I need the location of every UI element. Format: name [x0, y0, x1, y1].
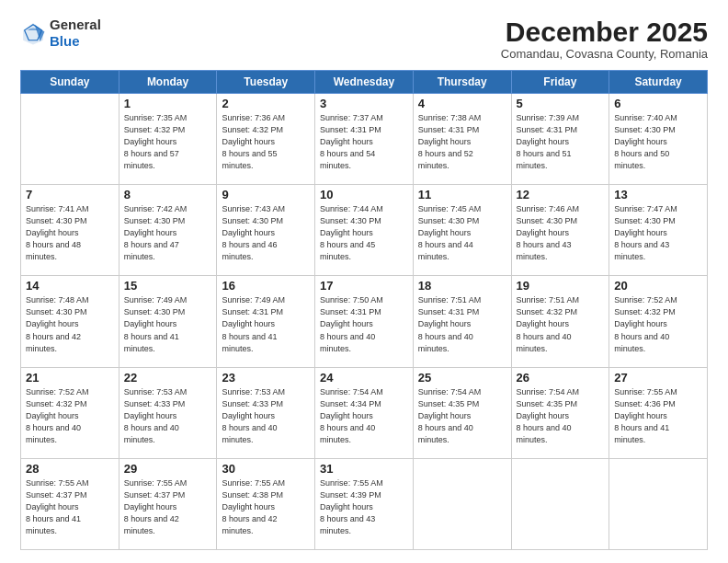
calendar-cell: 17Sunrise: 7:50 AMSunset: 4:31 PMDayligh…: [315, 276, 414, 367]
weekday-sunday: Sunday: [21, 71, 119, 94]
calendar-cell: 7Sunrise: 7:41 AMSunset: 4:30 PMDaylight…: [21, 185, 119, 276]
calendar-cell: 11Sunrise: 7:45 AMSunset: 4:30 PMDayligh…: [413, 185, 511, 276]
cell-info: Sunrise: 7:55 AMSunset: 4:37 PMDaylight …: [26, 477, 114, 537]
cell-info: Sunrise: 7:50 AMSunset: 4:31 PMDaylight …: [320, 294, 408, 354]
weekday-wednesday: Wednesday: [315, 71, 414, 94]
day-number: 9: [222, 188, 310, 201]
calendar-cell: 1Sunrise: 7:35 AMSunset: 4:32 PMDaylight…: [119, 94, 217, 185]
day-number: 6: [614, 97, 702, 110]
day-number: 5: [517, 97, 605, 110]
calendar-cell: 8Sunrise: 7:42 AMSunset: 4:30 PMDaylight…: [119, 185, 217, 276]
calendar-cell: 15Sunrise: 7:49 AMSunset: 4:30 PMDayligh…: [119, 276, 217, 367]
cell-info: Sunrise: 7:51 AMSunset: 4:31 PMDaylight …: [418, 294, 506, 354]
weekday-saturday: Saturday: [609, 71, 708, 94]
day-number: 7: [26, 188, 114, 201]
day-number: 19: [517, 279, 605, 293]
week-row-1: 1Sunrise: 7:35 AMSunset: 4:32 PMDaylight…: [21, 94, 708, 185]
day-number: 14: [26, 279, 114, 293]
day-number: 20: [614, 279, 702, 293]
day-number: 13: [614, 188, 702, 201]
location-subtitle: Comandau, Covasna County, Romania: [501, 47, 708, 61]
week-row-3: 14Sunrise: 7:48 AMSunset: 4:30 PMDayligh…: [21, 276, 708, 367]
calendar-cell: 20Sunrise: 7:52 AMSunset: 4:32 PMDayligh…: [609, 276, 708, 367]
calendar-cell: [413, 458, 511, 549]
calendar-cell: 16Sunrise: 7:49 AMSunset: 4:31 PMDayligh…: [217, 276, 315, 367]
cell-info: Sunrise: 7:41 AMSunset: 4:30 PMDaylight …: [26, 203, 114, 263]
day-number: 26: [517, 371, 605, 385]
calendar-cell: 5Sunrise: 7:39 AMSunset: 4:31 PMDaylight…: [511, 94, 609, 185]
calendar-cell: 2Sunrise: 7:36 AMSunset: 4:32 PMDaylight…: [217, 94, 315, 185]
calendar-cell: 24Sunrise: 7:54 AMSunset: 4:34 PMDayligh…: [315, 367, 414, 458]
weekday-thursday: Thursday: [413, 71, 511, 94]
cell-info: Sunrise: 7:55 AMSunset: 4:36 PMDaylight …: [614, 386, 702, 446]
day-number: 12: [517, 188, 605, 201]
day-number: 10: [320, 188, 408, 201]
calendar-cell: 30Sunrise: 7:55 AMSunset: 4:38 PMDayligh…: [217, 458, 315, 549]
day-number: 22: [124, 371, 212, 385]
cell-info: Sunrise: 7:54 AMSunset: 4:34 PMDaylight …: [320, 386, 408, 446]
cell-info: Sunrise: 7:46 AMSunset: 4:30 PMDaylight …: [517, 203, 605, 263]
calendar-cell: 6Sunrise: 7:40 AMSunset: 4:30 PMDaylight…: [609, 94, 708, 185]
weekday-monday: Monday: [119, 71, 217, 94]
calendar-cell: 25Sunrise: 7:54 AMSunset: 4:35 PMDayligh…: [413, 367, 511, 458]
cell-info: Sunrise: 7:52 AMSunset: 4:32 PMDaylight …: [26, 386, 114, 446]
week-row-5: 28Sunrise: 7:55 AMSunset: 4:37 PMDayligh…: [21, 458, 708, 549]
title-block: December 2025 Comandau, Covasna County, …: [501, 17, 708, 61]
week-row-2: 7Sunrise: 7:41 AMSunset: 4:30 PMDaylight…: [21, 185, 708, 276]
cell-info: Sunrise: 7:39 AMSunset: 4:31 PMDaylight …: [517, 112, 605, 172]
logo: General Blue: [20, 17, 101, 50]
cell-info: Sunrise: 7:48 AMSunset: 4:30 PMDaylight …: [26, 294, 114, 354]
month-title: December 2025: [501, 17, 708, 47]
header: General Blue December 2025 Comandau, Cov…: [20, 17, 708, 61]
calendar-table: SundayMondayTuesdayWednesdayThursdayFrid…: [20, 70, 708, 550]
cell-info: Sunrise: 7:55 AMSunset: 4:39 PMDaylight …: [320, 477, 408, 537]
day-number: 16: [222, 279, 310, 293]
calendar-cell: 28Sunrise: 7:55 AMSunset: 4:37 PMDayligh…: [21, 458, 119, 549]
day-number: 25: [418, 371, 506, 385]
calendar-cell: [21, 94, 119, 185]
cell-info: Sunrise: 7:37 AMSunset: 4:31 PMDaylight …: [320, 112, 408, 172]
cell-info: Sunrise: 7:51 AMSunset: 4:32 PMDaylight …: [517, 294, 605, 354]
day-number: 31: [320, 462, 408, 476]
day-number: 24: [320, 371, 408, 385]
day-number: 3: [320, 97, 408, 110]
calendar-cell: 21Sunrise: 7:52 AMSunset: 4:32 PMDayligh…: [21, 367, 119, 458]
day-number: 8: [124, 188, 212, 201]
calendar-cell: 9Sunrise: 7:43 AMSunset: 4:30 PMDaylight…: [217, 185, 315, 276]
cell-info: Sunrise: 7:52 AMSunset: 4:32 PMDaylight …: [614, 294, 702, 354]
logo-icon: [20, 20, 46, 46]
calendar-cell: [511, 458, 609, 549]
logo-text: General Blue: [50, 17, 101, 50]
cell-info: Sunrise: 7:54 AMSunset: 4:35 PMDaylight …: [517, 386, 605, 446]
logo-general: General: [50, 17, 101, 32]
calendar-cell: 3Sunrise: 7:37 AMSunset: 4:31 PMDaylight…: [315, 94, 414, 185]
cell-info: Sunrise: 7:53 AMSunset: 4:33 PMDaylight …: [124, 386, 212, 446]
day-number: 28: [26, 462, 114, 476]
page: General Blue December 2025 Comandau, Cov…: [0, 0, 728, 563]
day-number: 11: [418, 188, 506, 201]
cell-info: Sunrise: 7:53 AMSunset: 4:33 PMDaylight …: [222, 386, 310, 446]
day-number: 27: [614, 371, 702, 385]
cell-info: Sunrise: 7:40 AMSunset: 4:30 PMDaylight …: [614, 112, 702, 172]
weekday-header-row: SundayMondayTuesdayWednesdayThursdayFrid…: [21, 71, 708, 94]
cell-info: Sunrise: 7:49 AMSunset: 4:30 PMDaylight …: [124, 294, 212, 354]
cell-info: Sunrise: 7:35 AMSunset: 4:32 PMDaylight …: [124, 112, 212, 172]
weekday-friday: Friday: [511, 71, 609, 94]
cell-info: Sunrise: 7:49 AMSunset: 4:31 PMDaylight …: [222, 294, 310, 354]
day-number: 1: [124, 97, 212, 110]
calendar-cell: 26Sunrise: 7:54 AMSunset: 4:35 PMDayligh…: [511, 367, 609, 458]
cell-info: Sunrise: 7:44 AMSunset: 4:30 PMDaylight …: [320, 203, 408, 263]
calendar-cell: 13Sunrise: 7:47 AMSunset: 4:30 PMDayligh…: [609, 185, 708, 276]
calendar-cell: 4Sunrise: 7:38 AMSunset: 4:31 PMDaylight…: [413, 94, 511, 185]
cell-info: Sunrise: 7:42 AMSunset: 4:30 PMDaylight …: [124, 203, 212, 263]
calendar-cell: 10Sunrise: 7:44 AMSunset: 4:30 PMDayligh…: [315, 185, 414, 276]
calendar-cell: 22Sunrise: 7:53 AMSunset: 4:33 PMDayligh…: [119, 367, 217, 458]
day-number: 30: [222, 462, 310, 476]
week-row-4: 21Sunrise: 7:52 AMSunset: 4:32 PMDayligh…: [21, 367, 708, 458]
calendar-cell: 19Sunrise: 7:51 AMSunset: 4:32 PMDayligh…: [511, 276, 609, 367]
cell-info: Sunrise: 7:38 AMSunset: 4:31 PMDaylight …: [418, 112, 506, 172]
cell-info: Sunrise: 7:47 AMSunset: 4:30 PMDaylight …: [614, 203, 702, 263]
day-number: 17: [320, 279, 408, 293]
cell-info: Sunrise: 7:45 AMSunset: 4:30 PMDaylight …: [418, 203, 506, 263]
cell-info: Sunrise: 7:55 AMSunset: 4:38 PMDaylight …: [222, 477, 310, 537]
